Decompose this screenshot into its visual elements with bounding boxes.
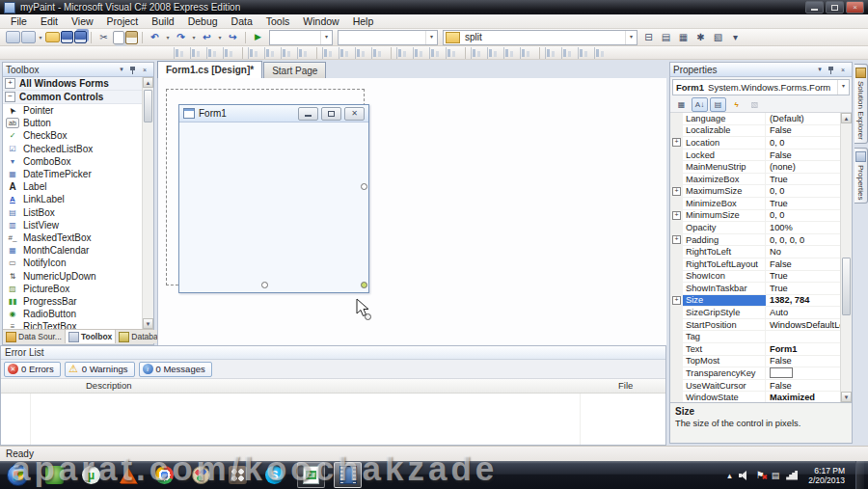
expand-icon[interactable]: +	[672, 235, 681, 244]
network-icon[interactable]	[786, 471, 798, 480]
properties-scrollbar[interactable]: ▲ ▼	[840, 113, 852, 402]
make-same-height-icon[interactable]	[339, 47, 353, 59]
menu-build[interactable]: Build	[145, 14, 180, 28]
auto-hide-pin-icon[interactable]	[827, 66, 835, 74]
property-row-minimumsize[interactable]: +MinimumSize0, 0	[670, 210, 841, 223]
menu-help[interactable]: Help	[346, 14, 381, 28]
property-value[interactable]: 0, 0	[766, 138, 841, 148]
toolbox-item-numericupdown[interactable]: ⇅NumericUpDown	[3, 269, 143, 282]
property-row-opacity[interactable]: Opacity100%	[670, 222, 841, 234]
property-value[interactable]: 1382, 784	[766, 295, 841, 305]
tab-start-page[interactable]: Start Page	[263, 62, 326, 78]
property-row-usewaitcursor[interactable]: UseWaitCursorFalse	[670, 380, 841, 393]
center-horizontally-icon[interactable]	[520, 47, 534, 59]
align-to-grid-icon[interactable]	[174, 47, 188, 59]
scroll-up-icon[interactable]: ▲	[841, 113, 852, 123]
property-row-minimizebox[interactable]: MinimizeBoxTrue	[670, 198, 841, 210]
categorized-icon[interactable]: ▦	[673, 97, 690, 112]
property-row-language[interactable]: Language(Default)	[670, 113, 841, 125]
align-middles-icon[interactable]	[264, 47, 279, 59]
toolbox-item-checkedlistbox[interactable]: ☑CheckedListBox	[3, 143, 143, 155]
align-tops-icon[interactable]	[248, 47, 262, 59]
toolbar-combo-a[interactable]: ▾	[269, 30, 333, 45]
property-value[interactable]: True	[766, 284, 841, 293]
taskbar-start[interactable]	[4, 462, 32, 488]
make-vertical-spacing-equal-icon[interactable]	[446, 47, 460, 59]
scrollbar-thumb[interactable]	[144, 90, 152, 122]
chevron-down-icon[interactable]: ▾	[425, 31, 437, 44]
property-value[interactable]: False	[766, 381, 841, 391]
property-row-maximizebox[interactable]: MaximizeBoxTrue	[670, 174, 841, 186]
clipboard-icon[interactable]: ▤	[772, 471, 780, 480]
object-browser-icon[interactable]: ▦	[675, 30, 692, 44]
data-sources-tab[interactable]: Data Sour...	[3, 330, 66, 343]
chevron-down-icon[interactable]: ▾	[320, 31, 332, 44]
toolbox-scrollbar[interactable]: ▲ ▼	[142, 77, 153, 329]
window-position-icon[interactable]: ▾	[116, 66, 127, 73]
menu-window[interactable]: Window	[296, 14, 345, 28]
warnings-button[interactable]: ⚠0 Warnings	[65, 362, 135, 377]
toolbar-options-icon[interactable]: ▾	[727, 30, 744, 44]
taskbar-chrome[interactable]	[150, 462, 178, 488]
chevron-down-icon[interactable]: ▾	[164, 34, 172, 41]
navigate-backward-icon[interactable]: ↩	[199, 30, 215, 44]
find-combo[interactable]: split▾	[443, 30, 637, 45]
toolbox-section-all-windows-forms[interactable]: +All Windows Forms	[3, 77, 143, 91]
toolbox-item-listbox[interactable]: ▤ListBox	[3, 206, 143, 219]
property-row-transparencykey[interactable]: TransparencyKey	[670, 367, 841, 380]
menu-file[interactable]: File	[4, 14, 34, 28]
align-lefts-icon[interactable]	[190, 47, 204, 59]
remove-horizontal-spacing-icon[interactable]	[429, 47, 444, 59]
open-file-icon[interactable]	[45, 32, 60, 42]
property-value[interactable]: 0, 0	[766, 210, 841, 220]
property-value[interactable]: WindowsDefaultLocation	[766, 320, 841, 330]
toolbox-title-bar[interactable]: Toolbox ▾ ×	[3, 63, 153, 77]
taskbar-app-grid[interactable]	[224, 462, 252, 488]
navigate-forward-icon[interactable]: ↪	[225, 30, 241, 44]
menu-edit[interactable]: Edit	[34, 14, 65, 28]
window-position-icon[interactable]: ▾	[814, 66, 826, 73]
collapse-icon[interactable]: −	[5, 92, 15, 102]
column-header-description[interactable]: Description	[86, 380, 132, 391]
minimize-button[interactable]	[805, 1, 824, 14]
property-row-righttoleftlayout[interactable]: RightToLeftLayoutFalse	[670, 258, 841, 271]
autohide-tab-solution-explorer[interactable]: Solution Explorer	[854, 64, 868, 144]
taskbar-visual-csharp[interactable]: C#	[297, 462, 325, 488]
property-value[interactable]: False	[766, 259, 841, 269]
property-row-maximumsize[interactable]: +MaximumSize0, 0	[670, 185, 841, 198]
close-button[interactable]: ×	[846, 1, 864, 14]
toolbox-item-notifyicon[interactable]: ▭NotifyIcon	[3, 257, 143, 269]
scroll-down-icon[interactable]: ▼	[841, 392, 852, 402]
send-to-back-icon[interactable]	[578, 47, 592, 59]
make-same-width-icon[interactable]	[297, 47, 312, 59]
toolbox-item-picturebox[interactable]: ▨PictureBox	[3, 283, 143, 295]
property-value[interactable]: Auto	[766, 308, 841, 317]
taskbar-movie-maker[interactable]	[334, 462, 362, 488]
scrollbar-thumb[interactable]	[842, 258, 851, 315]
property-row-righttoleft[interactable]: RightToLeftNo	[670, 246, 841, 258]
property-row-mainmenustrip[interactable]: MainMenuStrip(none)	[670, 161, 841, 174]
property-value[interactable]: 100%	[766, 223, 841, 232]
properties-close-icon[interactable]: ×	[837, 67, 849, 73]
show-hidden-icons-icon[interactable]: ▴	[727, 471, 732, 480]
decrease-horizontal-spacing-icon[interactable]	[413, 47, 427, 59]
toolbox-item-datetimepicker[interactable]: ▦DateTimePicker	[3, 168, 143, 180]
toolbox-item-monthcalendar[interactable]: ▦MonthCalendar	[3, 244, 143, 257]
toolbox-item-label[interactable]: ALabel	[3, 180, 143, 193]
show-desktop-button[interactable]	[855, 461, 864, 489]
property-value[interactable]: Form1	[766, 344, 841, 354]
cut-icon[interactable]: ✂	[95, 30, 112, 44]
property-row-sizegripstyle[interactable]: SizeGripStyleAuto	[670, 307, 841, 319]
property-value[interactable]: False	[766, 150, 841, 160]
property-row-text[interactable]: TextForm1	[670, 343, 841, 356]
property-row-topmost[interactable]: TopMostFalse	[670, 356, 841, 368]
column-header-file[interactable]: File	[618, 380, 633, 391]
paste-icon[interactable]	[125, 31, 138, 44]
center-vertically-icon[interactable]	[545, 47, 559, 59]
title-bar[interactable]: myPaint - Microsoft Visual C# 2008 Expre…	[0, 0, 868, 14]
property-value[interactable]: False	[766, 125, 841, 135]
error-list-body[interactable]	[1, 394, 665, 445]
taskbar-utorrent[interactable]: µ	[77, 462, 105, 488]
resize-handle-right[interactable]	[361, 183, 367, 190]
toolbox-item-listview[interactable]: ▥ListView	[3, 219, 143, 231]
